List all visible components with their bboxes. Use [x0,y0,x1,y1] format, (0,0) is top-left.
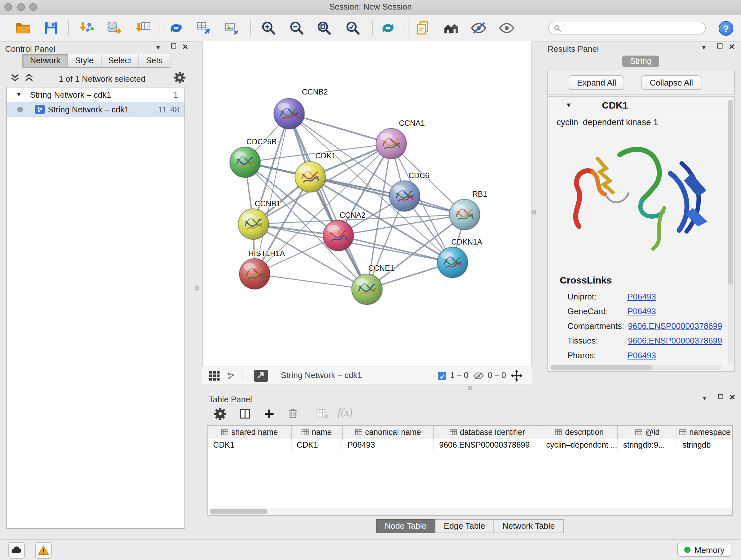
string-network-graph[interactable]: CCNB2CCNA1CDC25BCDK1CDC6RB1CCNB1CCNA2CDK… [203,41,531,367]
column-header[interactable]: database identifier [434,426,541,439]
column-header[interactable]: description [541,426,618,439]
cloud-button[interactable] [8,542,25,559]
splitter-handle[interactable] [195,286,199,291]
crosslink-link[interactable]: P06493 [627,351,656,360]
add-column-icon[interactable] [263,408,276,420]
hide-graphics-details-button[interactable] [469,18,488,38]
column-header[interactable]: shared name [208,426,291,439]
network-edge[interactable] [255,274,367,289]
hidden-eye-slash-icon[interactable] [473,370,484,381]
tab-node-table[interactable]: Node Table [376,519,435,533]
collapse-all-button[interactable]: Collapse All [642,75,701,90]
tab-sets[interactable]: Sets [138,54,170,68]
zoom-out-button[interactable] [287,18,307,38]
table-cell[interactable]: P06493 [342,439,434,452]
close-panel-icon[interactable]: × [183,44,188,50]
table-cell[interactable]: CDK1 [208,439,291,452]
network-edge[interactable] [289,114,367,289]
collapse-panel-icon[interactable]: ▾ [702,44,705,51]
crosslink-link[interactable]: P06493 [627,307,656,316]
import-network-database-button[interactable] [105,18,124,38]
expand-all-button[interactable]: Expand All [569,75,624,90]
network-node-ccnb1[interactable]: CCNB1 [238,199,280,240]
zoom-in-button[interactable] [259,18,278,38]
refresh-button[interactable] [379,18,398,38]
column-header[interactable]: @id [618,426,677,439]
collapse-panel-icon[interactable]: ▾ [156,44,160,51]
crosslink-label: Uniprot: [567,292,596,301]
network-node-rb1[interactable]: RB1 [449,190,487,230]
collapse-all-icon[interactable] [10,73,20,82]
splitter-handle[interactable] [532,210,536,214]
table-row[interactable]: CDK1 CDK1 P06493 9606.ENSP00000378699 cy… [208,439,732,452]
network-view-canvas[interactable]: CCNB2CCNA1CDC25BCDK1CDC6RB1CCNB1CCNA2CDK… [202,41,532,367]
float-panel-icon[interactable] [171,44,176,49]
new-network-button[interactable] [166,18,186,38]
tab-network[interactable]: Network [22,54,68,68]
zoom-fit-button[interactable] [315,18,334,38]
network-options-gear-icon[interactable] [174,71,186,84]
column-header[interactable]: namespace [677,426,732,439]
gene-section-header[interactable]: ▼ CDK1 [548,97,734,114]
network-node-cdk1[interactable]: CDK1 [295,151,336,192]
table-options-gear-icon[interactable] [214,408,226,420]
network-collection-row[interactable]: ▼ String Network – cdk1 1 [7,87,185,102]
delete-column-trash-icon[interactable] [286,407,299,420]
tab-style[interactable]: Style [67,54,101,68]
warning-button[interactable] [35,542,52,559]
birdseye-view-button[interactable] [254,370,268,382]
scrollbar-thumb[interactable] [210,509,267,514]
table-cell[interactable]: CDK1 [291,439,342,452]
pan-move-icon[interactable] [510,369,523,382]
import-network-file-button[interactable] [77,18,96,38]
table-cell[interactable]: stringdb [677,439,732,452]
new-table-button[interactable] [194,18,213,38]
crosslink-link[interactable]: 9606.ENSP00000378699 [628,321,722,331]
import-table-button[interactable] [133,18,152,38]
network-overview-icon[interactable] [225,370,236,381]
expand-all-icon[interactable] [24,73,34,82]
memory-button[interactable]: Memory [677,543,731,557]
collapse-panel-icon[interactable]: ▾ [703,395,706,401]
search-input[interactable] [565,23,701,33]
tab-string[interactable]: String [622,56,659,67]
float-panel-icon[interactable] [718,44,723,49]
home-button[interactable] [442,18,461,38]
network-node-ccna1[interactable]: CCNA1 [376,119,425,159]
close-panel-icon[interactable]: × [729,44,735,50]
horizontal-scrollbar[interactable] [209,508,733,515]
selected-checkbox[interactable] [438,372,446,380]
open-session-button[interactable] [13,18,32,38]
show-columns-icon[interactable] [239,408,252,420]
network-node-hist1h1a[interactable]: HIST1H1A [239,249,285,289]
tab-network-table[interactable]: Network Table [493,519,563,533]
export-image-button[interactable] [222,18,241,38]
table-cell[interactable]: 9606.ENSP00000378699 [434,439,541,452]
tab-edge-table[interactable]: Edge Table [435,519,494,533]
network-edge[interactable] [289,114,391,144]
grid-view-icon[interactable] [209,371,220,381]
network-row[interactable]: String Network – cdk1 11 48 [7,102,185,117]
crosslink-link[interactable]: P06493 [627,292,656,301]
crosslink-link[interactable]: 9606.ENSP00000378699 [628,336,722,346]
vertical-scrollbar[interactable] [728,100,733,365]
splitter-handle[interactable] [468,386,472,390]
show-graphics-details-button[interactable] [497,18,516,38]
network-node-cdkn1a[interactable]: CDKN1A [437,238,482,278]
network-node-cdc25b[interactable]: CDC25B [230,137,277,178]
table-cell[interactable]: stringdb:9... [618,439,677,452]
close-panel-icon[interactable]: × [730,394,735,400]
collapse-triangle-icon[interactable]: ▼ [565,102,572,109]
column-header[interactable]: canonical name [342,426,434,439]
tab-select[interactable]: Select [100,54,139,68]
help-button[interactable]: ? [719,21,733,36]
float-panel-icon[interactable] [718,394,723,399]
copy-button[interactable] [413,18,432,38]
network-edge[interactable] [310,177,465,214]
zoom-selected-button[interactable] [343,18,362,38]
horizontal-scrollbar[interactable] [550,365,723,370]
save-session-button[interactable] [42,18,61,38]
table-cell[interactable]: cyclin–dependent ... [541,439,618,452]
collapse-triangle-icon[interactable]: ▼ [16,87,22,102]
column-header[interactable]: name [291,426,342,439]
